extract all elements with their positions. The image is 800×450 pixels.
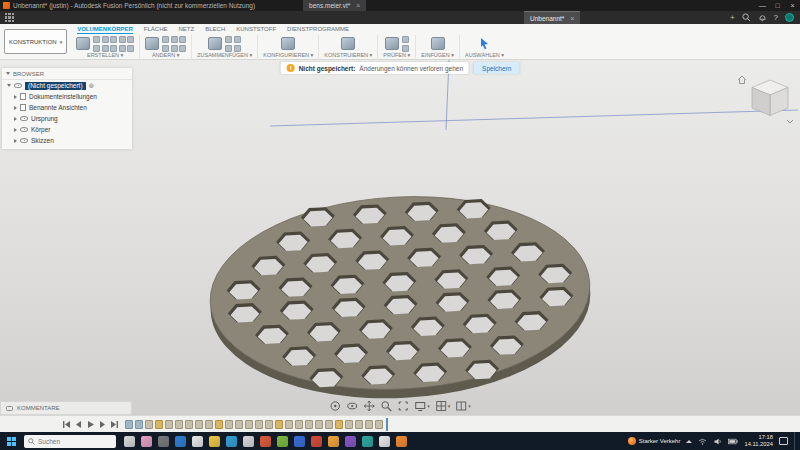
configure-tool-icon[interactable] <box>281 37 295 50</box>
viewcube-menu-chevron-icon[interactable] <box>787 120 793 123</box>
gear-icon[interactable]: ⊛ <box>89 82 95 89</box>
group-label[interactable]: KONFIGURIEREN ▾ <box>263 52 313 59</box>
timeline-feature-icon[interactable] <box>185 420 193 429</box>
viewports-dropdown[interactable]: ▾ <box>455 400 471 412</box>
tool-icon[interactable] <box>402 45 409 52</box>
orbit-icon[interactable] <box>329 400 341 412</box>
timeline-feature-icon[interactable] <box>215 420 223 429</box>
tool-icon[interactable] <box>93 36 100 43</box>
browser-item-skizzen[interactable]: Skizzen <box>2 135 132 146</box>
expand-icon[interactable] <box>14 106 17 110</box>
news-widget[interactable]: Starker Verkehr <box>628 437 681 445</box>
tray-chevron-icon[interactable] <box>686 440 692 443</box>
tool-icon[interactable] <box>234 36 241 43</box>
taskbar-app-icon[interactable] <box>379 436 390 447</box>
taskbar-app-icon[interactable] <box>260 436 271 447</box>
tool-icon[interactable] <box>179 36 186 43</box>
taskbar-app-icon[interactable] <box>175 436 186 447</box>
search-icon[interactable] <box>742 13 751 22</box>
close-icon[interactable]: × <box>570 15 574 22</box>
tab-volumenkoerper[interactable]: VOLUMENKÖRPER <box>77 26 133 34</box>
modify-tool-icon[interactable] <box>145 37 159 50</box>
expand-icon[interactable] <box>14 128 17 132</box>
maximize-button[interactable]: □ <box>770 0 785 11</box>
create-tool-icon[interactable] <box>76 37 90 50</box>
document-tab[interactable]: Unbenannt* × <box>524 11 580 24</box>
volume-icon[interactable] <box>713 437 722 446</box>
visibility-eye-icon[interactable] <box>20 116 28 121</box>
select-cursor-icon[interactable] <box>478 37 491 50</box>
timeline-feature-icon[interactable] <box>235 420 243 429</box>
taskbar-app-icon[interactable] <box>226 436 237 447</box>
grid-settings-dropdown[interactable]: ▾ <box>435 400 451 412</box>
workspace-selector[interactable]: KONSTRUKTION▾ <box>4 29 67 54</box>
browser-item-dokumenteinstellungen[interactable]: Dokumenteinstellungen <box>2 91 132 102</box>
visibility-eye-icon[interactable] <box>14 83 22 88</box>
tool-icon[interactable] <box>225 36 232 43</box>
taskbar-app-icon[interactable] <box>328 436 339 447</box>
timeline-feature-icon[interactable] <box>245 420 253 429</box>
tool-icon[interactable] <box>127 45 134 52</box>
user-avatar[interactable] <box>785 13 794 22</box>
taskbar-app-icon[interactable] <box>124 436 135 447</box>
expand-icon[interactable] <box>14 139 17 143</box>
fit-view-icon[interactable] <box>397 400 409 412</box>
tool-icon[interactable] <box>110 36 117 43</box>
go-to-start-icon[interactable] <box>62 420 71 429</box>
timeline-feature-icon[interactable] <box>155 420 163 429</box>
timeline-feature-icon[interactable] <box>305 420 313 429</box>
insert-tool-icon[interactable] <box>431 37 445 50</box>
tool-icon[interactable] <box>102 45 109 52</box>
expand-icon[interactable] <box>14 117 17 121</box>
group-label[interactable]: EINFÜGEN ▾ <box>421 52 454 59</box>
browser-item-benannte-ansichten[interactable]: Benannte Ansichten <box>2 102 132 113</box>
taskbar-app-icon[interactable] <box>345 436 356 447</box>
timeline-feature-icon[interactable] <box>205 420 213 429</box>
zoom-icon[interactable] <box>380 400 392 412</box>
viewport-canvas[interactable]: ! Nicht gespeichert: Änderungen können v… <box>0 60 800 432</box>
taskbar-app-icon[interactable] <box>158 436 169 447</box>
step-back-icon[interactable] <box>74 420 83 429</box>
tool-icon[interactable] <box>234 45 241 52</box>
tool-icon[interactable] <box>93 45 100 52</box>
timeline-feature-icon[interactable] <box>365 420 373 429</box>
go-to-end-icon[interactable] <box>110 420 119 429</box>
tool-icon[interactable] <box>402 36 409 43</box>
taskbar-app-icon[interactable] <box>277 436 288 447</box>
tool-icon[interactable] <box>162 36 169 43</box>
timeline-feature-icon[interactable] <box>265 420 273 429</box>
group-label[interactable]: AUSWÄHLEN ▾ <box>465 52 504 59</box>
timeline-feature-icon[interactable] <box>135 420 143 429</box>
timeline-feature-icon[interactable] <box>335 420 343 429</box>
tab-netz[interactable]: NETZ <box>179 26 195 34</box>
show-desktop-button[interactable] <box>794 432 796 450</box>
taskbar-clock[interactable]: 17:18 14.11.2024 <box>744 434 773 447</box>
play-icon[interactable] <box>86 420 95 429</box>
battery-icon[interactable] <box>728 437 738 446</box>
timeline-feature-icon[interactable] <box>255 420 263 429</box>
inspect-tool-icon[interactable] <box>385 37 399 50</box>
timeline-feature-icon[interactable] <box>285 420 293 429</box>
timeline-feature-icon[interactable] <box>145 420 153 429</box>
assemble-tool-icon[interactable] <box>208 37 222 50</box>
minimize-button[interactable]: — <box>755 0 770 11</box>
tool-icon[interactable] <box>171 36 178 43</box>
timeline-feature-icon[interactable] <box>195 420 203 429</box>
timeline-feature-icon[interactable] <box>165 420 173 429</box>
pan-icon[interactable] <box>363 400 375 412</box>
tab-dienstprogramme[interactable]: DIENSTPROGRAMME <box>287 26 349 34</box>
root-document-label[interactable]: (Nicht gespeichert) <box>25 82 86 90</box>
timeline-feature-icon[interactable] <box>315 420 323 429</box>
group-label[interactable]: PRÜFEN ▾ <box>383 52 410 59</box>
close-icon[interactable]: × <box>356 2 360 9</box>
timeline-feature-icon[interactable] <box>295 420 303 429</box>
visibility-eye-icon[interactable] <box>20 138 28 143</box>
comments-panel[interactable]: KOMMENTARE <box>0 401 132 415</box>
display-settings-dropdown[interactable]: ▾ <box>414 400 430 412</box>
help-icon[interactable]: ? <box>774 13 778 22</box>
tab-kunststoff[interactable]: KUNSTSTOFF <box>236 26 276 34</box>
taskbar-app-icon[interactable] <box>209 436 220 447</box>
tool-icon[interactable] <box>179 45 186 52</box>
tool-icon[interactable] <box>171 45 178 52</box>
save-button[interactable]: Speichern <box>474 62 519 74</box>
